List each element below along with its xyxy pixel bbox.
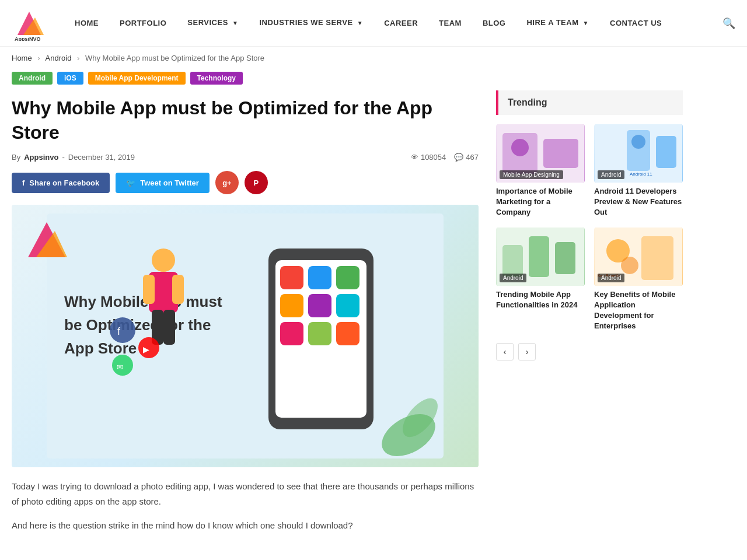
breadcrumb-sep-1: › [37, 54, 40, 62]
share-facebook-button[interactable]: f Share on Facebook [12, 173, 110, 193]
svg-rect-14 [280, 322, 303, 345]
hero-illustration: Why Mobile App must be Optimized for the… [47, 214, 444, 459]
logo[interactable]: AppsiNVO [12, 6, 47, 41]
nav-hire[interactable]: HIRE A TEAM ▼ [516, 0, 599, 47]
svg-text:Android 11: Android 11 [630, 172, 652, 177]
share-pinterest-button[interactable]: P [245, 171, 268, 194]
article-title: Why Mobile App must be Optimized for the… [12, 96, 479, 145]
trending-grid: Mobile App Designing Importance of Mobil… [496, 124, 683, 331]
nav-industries[interactable]: INDUSTRIES WE SERVE ▼ [249, 0, 374, 47]
svg-text:✉: ✉ [117, 363, 123, 372]
trending-card-2[interactable]: Android 11 Android Android 11 Developers… [594, 124, 683, 218]
svg-rect-23 [172, 275, 184, 304]
trending-card-1[interactable]: Mobile App Designing Importance of Mobil… [496, 124, 585, 218]
trending-card-img-4: Key Benefits Android [594, 228, 683, 286]
trending-header: Trending [496, 90, 683, 115]
trending-card-badge-4: Android [598, 274, 624, 282]
breadcrumb-home[interactable]: Home [12, 54, 32, 62]
nav-home[interactable]: HOME [64, 0, 109, 47]
main-nav: AppsiNVO HOME PORTFOLIO SERVICES ▼ INDUS… [0, 0, 747, 47]
hero-logo [23, 216, 70, 263]
svg-rect-5 [47, 214, 444, 459]
svg-point-20 [152, 249, 175, 272]
article-meta-right: 👁 108054 💬 467 [411, 153, 479, 162]
trending-card-title-4: Key Benefits of Mobile Application Devel… [594, 289, 683, 332]
article-paragraph-2: And here is the question strike in the m… [12, 518, 479, 533]
pagination-next[interactable]: › [518, 343, 536, 360]
svg-point-41 [631, 135, 645, 149]
nav-contact[interactable]: CONTACT US [599, 0, 672, 47]
article-body: Today I was trying to download a photo e… [12, 479, 479, 533]
content-area: Why Mobile App must be Optimized for the… [12, 90, 479, 542]
main-wrapper: Why Mobile App must be Optimized for the… [0, 90, 747, 542]
nav-blog[interactable]: BLOG [472, 0, 516, 47]
nav-links-list: HOME PORTFOLIO SERVICES ▼ INDUSTRIES WE … [64, 0, 717, 47]
trending-card-title-2: Android 11 Developers Preview & New Feat… [594, 186, 683, 218]
hero-image: Why Mobile App must be Optimized for the… [12, 205, 479, 467]
trending-card-3[interactable]: Android Trending Mobile App Functionalit… [496, 228, 585, 332]
nav-portfolio[interactable]: PORTFOLIO [109, 0, 177, 47]
share-buttons: f Share on Facebook 🐦 Tweet on Twitter g… [12, 171, 479, 194]
svg-rect-15 [308, 322, 331, 345]
pinterest-icon: P [254, 178, 259, 187]
gplus-icon: g+ [222, 178, 232, 187]
breadcrumb: Home › Android › Why Mobile App must be … [0, 47, 747, 69]
article-meta-left: By Appsinvo - December 31, 2019 [12, 153, 135, 162]
svg-rect-25 [163, 310, 175, 345]
article-comments: 💬 467 [454, 153, 479, 162]
trending-card-title-3: Trending Mobile App Functionalities in 2… [496, 289, 585, 310]
svg-rect-10 [336, 266, 359, 289]
svg-rect-48 [641, 236, 673, 280]
tag-android[interactable]: Android [12, 72, 53, 85]
tags-area: Android iOS Mobile App Development Techn… [0, 69, 747, 90]
share-googleplus-button[interactable]: g+ [215, 171, 239, 194]
tag-technology[interactable]: Technology [190, 72, 243, 85]
search-icon[interactable]: 🔍 [722, 17, 735, 30]
article-date: December 31, 2019 [68, 153, 135, 162]
tag-ios[interactable]: iOS [57, 72, 83, 85]
article-views: 👁 108054 [411, 153, 446, 162]
svg-rect-16 [336, 322, 359, 345]
svg-rect-44 [502, 245, 523, 277]
comment-icon: 💬 [454, 153, 463, 162]
trending-card-badge-1: Mobile App Designing [500, 170, 563, 179]
breadcrumb-android[interactable]: Android [46, 54, 72, 62]
facebook-icon: f [22, 178, 25, 187]
nav-services[interactable]: SERVICES ▼ [177, 0, 249, 47]
by-label: By [12, 153, 20, 162]
article-author[interactable]: Appsinvo [24, 153, 58, 162]
svg-point-26 [110, 317, 135, 343]
nav-career[interactable]: CAREER [374, 0, 428, 47]
article-meta: By Appsinvo - December 31, 2019 👁 108054… [12, 153, 479, 162]
nav-team[interactable]: TEAM [428, 0, 472, 47]
svg-rect-13 [336, 294, 359, 317]
trending-card-img-3: Android [496, 228, 585, 286]
share-twitter-button[interactable]: 🐦 Tweet on Twitter [116, 173, 210, 193]
pagination-prev[interactable]: ‹ [496, 343, 514, 360]
trending-card-badge-3: Android [500, 274, 526, 282]
trending-card-img-2: Android 11 Android [594, 124, 683, 183]
svg-rect-46 [555, 242, 575, 274]
svg-rect-9 [308, 266, 331, 289]
tag-mobile-app-dev[interactable]: Mobile App Development [88, 72, 186, 85]
trending-card-badge-2: Android [598, 170, 624, 179]
twitter-icon: 🐦 [126, 178, 135, 187]
svg-rect-45 [529, 236, 549, 277]
sidebar: Trending Mobile App Designing Importance… [496, 90, 683, 542]
svg-point-37 [511, 139, 529, 156]
breadcrumb-current: Why Mobile App must be Optimized for the… [85, 54, 264, 62]
trending-card-img-1: Mobile App Designing [496, 124, 585, 183]
svg-rect-12 [308, 294, 331, 317]
svg-text:▶: ▶ [143, 345, 149, 354]
svg-text:be Optimized for the: be Optimized for the [64, 316, 211, 334]
svg-rect-11 [280, 294, 303, 317]
svg-text:AppsiNVO: AppsiNVO [15, 36, 41, 41]
sidebar-pagination: ‹ › [496, 343, 683, 360]
trending-card-4[interactable]: Key Benefits Android Key Benefits of Mob… [594, 228, 683, 332]
article-paragraph-1: Today I was trying to download a photo e… [12, 479, 479, 509]
svg-rect-8 [280, 266, 303, 289]
eye-icon: 👁 [411, 153, 418, 162]
svg-rect-40 [656, 136, 676, 168]
meta-dash: - [62, 153, 64, 162]
breadcrumb-sep-2: › [77, 54, 79, 62]
